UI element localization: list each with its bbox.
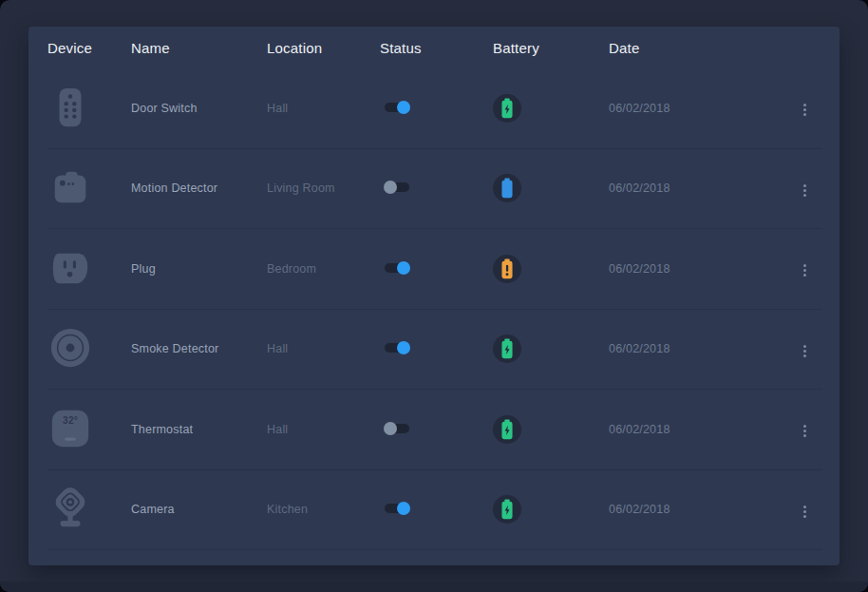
- toggle-knob: [397, 101, 410, 114]
- column-header-location: Location: [267, 40, 380, 56]
- table-row: Camera Kitchen 06/02/2018: [47, 470, 822, 551]
- kebab-menu-icon[interactable]: [800, 181, 810, 201]
- toggle-knob: [397, 341, 410, 354]
- battery-icon: [493, 495, 521, 524]
- app-window: Device Name Location Status Battery Date: [0, 0, 868, 592]
- table-row: Plug Bedroom 06/02/2018: [47, 229, 822, 310]
- bottom-bar: [0, 582, 868, 592]
- device-name: Thermostat: [131, 423, 267, 436]
- smoke-detector-icon: [47, 325, 93, 371]
- device-location: Hall: [267, 102, 380, 115]
- kebab-menu-icon[interactable]: [800, 421, 810, 441]
- status-toggle[interactable]: [385, 424, 409, 433]
- device-location: Bedroom: [267, 262, 380, 276]
- device-table-card: Device Name Location Status Battery Date: [28, 27, 840, 565]
- device-name: Smoke Detector: [131, 342, 267, 355]
- device-name: Camera: [131, 503, 267, 516]
- toggle-knob: [397, 261, 410, 275]
- device-location: Kitchen: [267, 503, 380, 516]
- battery-icon: [493, 94, 521, 123]
- table-row: 32° Thermostat Hall: [47, 390, 822, 470]
- device-location: Hall: [267, 423, 380, 436]
- table-row: Motion Detector Living Room 06/02/2018: [47, 149, 822, 230]
- toggle-knob: [397, 502, 410, 515]
- status-toggle[interactable]: [385, 263, 409, 273]
- motion-detector-icon: [47, 164, 93, 210]
- table-body: Door Switch Hall 06/02/2018: [28, 68, 840, 550]
- device-date: 06/02/2018: [609, 342, 794, 355]
- plug-icon: [47, 245, 93, 291]
- thermostat-icon: 32°: [47, 406, 93, 451]
- status-toggle[interactable]: [385, 504, 409, 513]
- device-name: Plug: [131, 262, 267, 276]
- table-row: Smoke Detector Hall 06/02/2018: [47, 310, 822, 391]
- device-date: 06/02/2018: [609, 102, 794, 115]
- column-header-status: Status: [380, 40, 493, 56]
- status-toggle[interactable]: [385, 103, 409, 112]
- battery-icon: [493, 255, 521, 283]
- device-name: Motion Detector: [131, 181, 267, 195]
- column-header-battery: Battery: [493, 40, 609, 56]
- device-location: Hall: [267, 342, 380, 355]
- battery-icon: [493, 415, 521, 444]
- battery-icon: [493, 174, 521, 202]
- remote-icon: [47, 85, 93, 130]
- kebab-menu-icon[interactable]: [800, 100, 810, 120]
- svg-text:32°: 32°: [63, 415, 78, 426]
- device-name: Door Switch: [131, 102, 267, 115]
- toggle-knob: [384, 181, 397, 194]
- toggle-knob: [384, 422, 397, 435]
- column-header-date: Date: [609, 40, 794, 56]
- kebab-menu-icon[interactable]: [800, 260, 810, 280]
- column-header-name: Name: [131, 40, 267, 56]
- device-date: 06/02/2018: [609, 503, 794, 516]
- kebab-menu-icon[interactable]: [800, 341, 810, 361]
- table-header: Device Name Location Status Battery Date: [47, 27, 822, 68]
- device-date: 06/02/2018: [609, 262, 794, 276]
- device-location: Living Room: [267, 181, 380, 195]
- column-header-device: Device: [47, 40, 131, 56]
- battery-icon: [493, 334, 521, 363]
- table-row: Door Switch Hall 06/02/2018: [47, 68, 822, 149]
- device-date: 06/02/2018: [609, 423, 794, 436]
- status-toggle[interactable]: [385, 343, 409, 353]
- status-toggle[interactable]: [385, 182, 409, 192]
- device-date: 06/02/2018: [609, 181, 794, 195]
- kebab-menu-icon[interactable]: [800, 502, 810, 522]
- camera-icon: [47, 486, 93, 531]
